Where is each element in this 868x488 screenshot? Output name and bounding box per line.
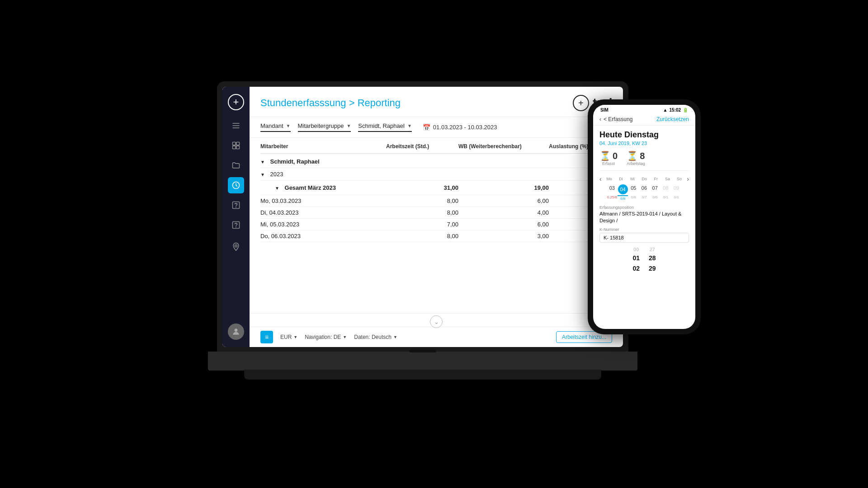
cal-day-09: 09 [671, 184, 682, 194]
erfassungsposition-label: Erfassungsposition [599, 205, 689, 210]
cal-day-07[interactable]: 07 [650, 184, 660, 194]
scroll-area: ⌄ [250, 313, 623, 327]
person-arrow-icon: ▼ [407, 123, 412, 128]
col-mitarbeiter: Mitarbeiter [260, 143, 386, 150]
cal-sub-05: 0/8 [628, 195, 639, 201]
folder-icon[interactable] [228, 157, 244, 174]
erfassungsposition-value[interactable]: Altmann / SRTS-2019-014 / Layout & Desig… [599, 211, 689, 225]
laptop-screen-inner: Stundenerfasssung > Reporting + troi Man… [222, 87, 623, 347]
cal-sub-04: 0/8 [618, 195, 628, 201]
cal-next-icon[interactable]: › [687, 175, 689, 183]
phone-status-bar: SIM ▲ 15:02 🔋 [593, 105, 695, 113]
cal-label-mi: Mi [627, 177, 638, 181]
reset-button[interactable]: Zurücksetzen [656, 116, 689, 122]
date-range-filter[interactable]: 📅 01.03.2023 - 10.03.2023 [423, 124, 497, 131]
date-section: Heute Dienstag 04. Juni 2019, KW 23 [599, 130, 689, 146]
calendar: ‹ Mo Di Mi Do Fr Sa So › [599, 175, 689, 202]
picker-col-minutes[interactable]: 27 28 29 [649, 246, 656, 273]
hamburger-menu-icon[interactable] [228, 117, 244, 134]
location-icon[interactable] [228, 239, 244, 255]
calendar-subtotals: 0.25/8 0/8 0/8 0/7 0/6 0/1 0/1 [607, 195, 682, 201]
phone-content: Heute Dienstag 04. Juni 2019, KW 23 ⏳ 0 … [593, 126, 695, 329]
person-filter[interactable]: Schmidt, Raphael ▼ [358, 122, 412, 132]
table-row: Di, 04.03.2023 8,00 4,00 100% [260, 207, 612, 219]
phone: SIM ▲ 15:02 🔋 ‹ < Erfassung Zurücksetzen [588, 99, 701, 334]
col-wb: WB (Weiterberechenbar) [458, 143, 549, 150]
svg-point-13 [235, 328, 238, 332]
help-icon-2[interactable] [228, 217, 244, 233]
currency-arrow-icon: ▼ [293, 335, 297, 339]
time-tracking-icon[interactable] [228, 177, 244, 193]
expand-year-icon[interactable]: ▼ [260, 172, 265, 177]
cal-sub-08: 0/1 [660, 195, 671, 201]
mandant-filter[interactable]: Mandant ▼ [260, 122, 291, 132]
cal-prev-icon[interactable]: ‹ [599, 175, 602, 183]
calendar-subs-row: 0.25/8 0/8 0/8 0/7 0/6 0/1 0/1 [599, 195, 689, 202]
time-picker[interactable]: 00 01 02 27 28 29 [599, 246, 689, 273]
footer-menu-icon[interactable]: ≡ [260, 331, 273, 343]
picker-min-2[interactable]: 29 [649, 263, 656, 273]
picker-col-hours[interactable]: 00 01 02 [632, 246, 640, 273]
footer-bar: ≡ EUR ▼ Navigation: DE ▼ Daten: Deutsch … [250, 327, 623, 347]
data-lang-arrow-icon: ▼ [393, 335, 397, 339]
calendar-icon: 📅 [423, 124, 430, 131]
erfassungsposition-section: Erfassungsposition Altmann / SRTS-2019-0… [599, 205, 689, 225]
picker-hour-1[interactable]: 01 [632, 253, 640, 263]
main-content: Stundenerfasssung > Reporting + troi Man… [250, 87, 623, 347]
report-table: Mitarbeiter Arbeitszeit (Std.) WB (Weite… [250, 138, 623, 313]
cal-day-05[interactable]: 05 [628, 184, 639, 194]
stat-arbeitstag-value: 8 [640, 151, 645, 161]
dashboard-icon[interactable] [228, 137, 244, 154]
svg-point-9 [236, 207, 236, 207]
data-language-select[interactable]: Daten: Deutsch ▼ [354, 334, 397, 340]
table-row: Mo, 03.03.2023 8,00 6,00 100% [260, 195, 612, 207]
cal-day-03[interactable]: 03 [607, 184, 618, 194]
cal-label-sa: Sa [662, 177, 674, 181]
picker-min-1[interactable]: 28 [649, 253, 656, 263]
scene: Stundenerfasssung > Reporting + troi Man… [208, 81, 660, 407]
navigation-select[interactable]: Navigation: DE ▼ [305, 334, 347, 340]
help-icon-1[interactable] [228, 197, 244, 213]
cal-day-06[interactable]: 06 [639, 184, 650, 194]
avatar [228, 324, 244, 340]
cal-day-08: 08 [660, 184, 671, 194]
laptop-hinge [409, 350, 436, 352]
k-nummer-section: K-Nummer K- 15818 [599, 227, 689, 243]
user-avatar[interactable] [228, 324, 244, 340]
picker-hour-2[interactable]: 02 [632, 263, 640, 273]
mitarbeitergruppe-filter[interactable]: Mitarbeitergruppe ▼ [298, 122, 351, 132]
calendar-nav: ‹ Mo Di Mi Do Fr Sa So › [599, 175, 689, 183]
currency-select[interactable]: EUR ▼ [280, 334, 297, 340]
col-arbeitszeit: Arbeitszeit (Std.) [386, 143, 458, 150]
svg-rect-3 [233, 142, 236, 145]
cal-label-do: Do [638, 177, 650, 181]
filter-bar: Mandant ▼ Mitarbeitergruppe ▼ Schmidt, R… [250, 117, 623, 138]
k-nummer-label: K-Nummer [599, 227, 689, 232]
table-row: ▼ Schmidt, Raphael [260, 154, 612, 168]
mitarbeitergruppe-arrow-icon: ▼ [346, 123, 351, 128]
stat-arbeitstag-label: Arbeitstag [627, 161, 645, 166]
picker-hour-above: 00 [633, 246, 639, 253]
cal-label-di: Di [615, 177, 627, 181]
calendar-days-row: 03 04 05 06 07 08 09 [599, 184, 689, 195]
hourglass-gray-icon: ⏳ [627, 150, 638, 161]
stats-row: ⏳ 0 Erfasst ⏳ 8 Arbeitstag [599, 150, 689, 171]
laptop-base [208, 352, 637, 371]
back-button[interactable]: ‹ < Erfassung [599, 116, 632, 122]
expand-month-icon[interactable]: ▼ [275, 186, 279, 191]
table-row: ▼ 2023 [260, 168, 612, 181]
table-row: Mi, 05.03.2023 7,00 6,00 87% [260, 219, 612, 230]
cal-day-04[interactable]: 04 [618, 184, 628, 194]
cal-sub-03: 0.25/8 [607, 195, 618, 201]
nav-arrow-icon: ▼ [343, 335, 347, 339]
laptop-foot [244, 370, 601, 380]
expand-group-icon[interactable]: ▼ [260, 160, 265, 164]
today-title: Heute Dienstag [599, 130, 689, 140]
troi-logo-sidebar[interactable] [228, 94, 244, 110]
table-row: ▼ Gesamt März 2023 31,00 19,00 96,75% [260, 181, 612, 195]
scroll-down-icon[interactable]: ⌄ [430, 315, 443, 328]
reporting-label: Reporting [358, 97, 401, 108]
cal-label-mo: Mo [604, 177, 615, 181]
svg-point-12 [235, 245, 237, 247]
k-nummer-input[interactable]: K- 15818 [599, 233, 689, 243]
